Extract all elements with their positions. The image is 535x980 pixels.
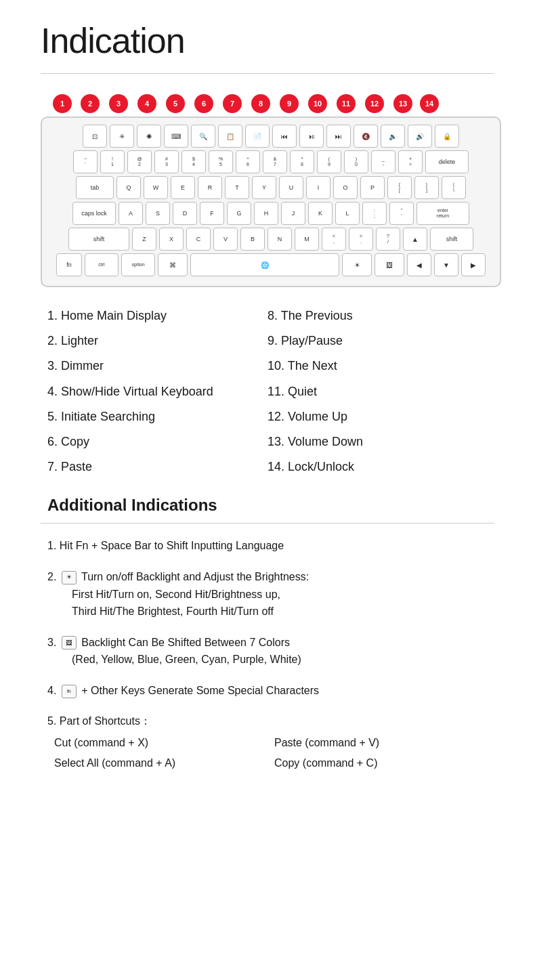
key-d: D	[173, 202, 197, 225]
shortcut-cut: Cut (command + X)	[54, 734, 274, 752]
key-1: !1	[100, 150, 125, 173]
d-label: D	[183, 210, 188, 217]
key-shift-left: shift	[68, 228, 129, 251]
key9-label: (9	[328, 156, 330, 168]
badge-7: 7	[223, 94, 242, 113]
k-label: K	[318, 210, 322, 217]
key-2: @2	[127, 150, 152, 173]
t-label: T	[235, 184, 239, 191]
indication-12: 12. Volume Up	[268, 408, 488, 425]
keyboard-diagram: ⊡ ✳ ✺ ⌨ 🔍 📋 📄 ⏮ ⏯ ⏭ 🔇 🔉 🔊 🔒 ~` !1 @2	[41, 116, 501, 287]
tab-label: tab	[91, 184, 100, 191]
indication-5: 5. Initiate Searching	[47, 408, 268, 425]
key-delete: delete	[425, 150, 469, 173]
key-right: ▶	[461, 253, 486, 276]
paste-icon: 📄	[253, 133, 261, 140]
shortcut-selectall: Select All (command + A)	[54, 754, 274, 772]
lighter-icon: ✳	[119, 133, 125, 140]
key-k: K	[308, 202, 333, 225]
quote-label: "'	[401, 208, 403, 219]
indication-list: 1. Home Main Display 2. Lighter 3. Dimme…	[41, 307, 494, 475]
q-label: Q	[126, 184, 131, 191]
playpause-icon: ⏯	[308, 133, 315, 140]
indication-4: 4. Show/Hide Virtual Keyboard	[47, 383, 268, 400]
fn-label: fn	[66, 261, 72, 268]
key-tilde: ~`	[73, 150, 98, 173]
key-control: ctrl	[85, 253, 119, 276]
key-y: Y	[252, 176, 276, 199]
next-icon: ⏭	[335, 133, 342, 140]
page-title: Indication	[41, 20, 494, 61]
key-r: R	[198, 176, 222, 199]
y-label: Y	[262, 184, 266, 191]
badge-9: 9	[280, 94, 299, 113]
f-label: F	[210, 210, 214, 217]
ctrl-label: ctrl	[98, 262, 104, 268]
color-icon: 🖼	[386, 261, 393, 269]
key-m: M	[295, 228, 319, 251]
key-f: F	[200, 202, 224, 225]
key-comma: <,	[322, 228, 346, 251]
key-home: ⊡	[83, 125, 107, 148]
key-brighter: ✳	[110, 125, 134, 148]
c-label: C	[196, 236, 201, 242]
l-label: L	[345, 210, 349, 217]
lock-icon: 🔒	[443, 133, 451, 140]
s-label: S	[156, 210, 160, 217]
left-arrow-icon: ◀	[416, 261, 422, 269]
badge-1: 1	[53, 94, 72, 113]
caps-label: caps lock	[81, 210, 107, 217]
cmd-l-icon: ⌘	[169, 261, 176, 269]
badge-13: 13	[393, 94, 412, 113]
keyboard-wrapper: 1 2 3 4 5 6 7 8 9	[41, 94, 501, 287]
indication-2: 2. Lighter	[47, 333, 268, 349]
pgdown-icon: ▼	[443, 261, 450, 269]
key-p: P	[360, 176, 385, 199]
key-tab: tab	[76, 176, 114, 199]
key-u: U	[279, 176, 303, 199]
key-j: J	[281, 202, 305, 225]
equals-label: +=	[409, 156, 412, 168]
indication-1: 1. Home Main Display	[47, 307, 268, 324]
backslash-label: |\	[453, 182, 454, 194]
i-label: I	[318, 184, 320, 191]
home-icon: ⊡	[92, 133, 98, 140]
key-voldown: 🔉	[381, 125, 405, 148]
sun-key-icon: ☀	[354, 261, 360, 269]
sun-inline-key: ☀	[62, 571, 77, 584]
key-pgup: ▲	[403, 228, 427, 251]
minus-label: _-	[382, 156, 385, 168]
p-label: P	[370, 184, 374, 191]
badge-2: 2	[81, 94, 100, 113]
badge-12: 12	[365, 94, 384, 113]
key-row-zxcv: shift Z X C V B N M <, >. ?/ ▲ shift	[50, 228, 492, 251]
key-o: O	[333, 176, 358, 199]
key-lbracket: {[	[387, 176, 412, 199]
key-backslash: |\	[442, 176, 466, 199]
g-label: G	[236, 210, 241, 217]
additional-item-5: 5. Part of Shortcuts： Cut (command + X) …	[41, 712, 494, 771]
key-minus: _-	[371, 150, 395, 173]
shift-l-label: shift	[93, 236, 105, 242]
dimmer-icon: ✺	[146, 133, 152, 140]
badge-14: 14	[420, 94, 439, 113]
key-x: X	[159, 228, 184, 251]
shortcuts-grid: Cut (command + X) Paste (command + V) Se…	[47, 734, 494, 771]
key-9: (9	[317, 150, 341, 173]
delete-label: delete	[439, 158, 456, 165]
key-6: ^6	[236, 150, 260, 173]
prev-icon: ⏮	[281, 133, 288, 140]
key-b: B	[240, 228, 265, 251]
key-s: S	[146, 202, 170, 225]
key6-label: ^6	[247, 156, 249, 168]
indication-14: 14. Lock/Unlock	[268, 459, 488, 475]
add-item-5-num: 5.	[47, 715, 60, 727]
key-cmd-left: ⌘	[158, 253, 188, 276]
key-w: W	[144, 176, 168, 199]
additional-item-3: 3. 🖼 Backlight Can Be Shifted Between 7 …	[41, 634, 494, 668]
keyboard-icon: ⌨	[171, 133, 181, 140]
enter-label: enterreturn	[437, 208, 449, 219]
key2-label: @2	[137, 156, 142, 168]
add-item-2-num: 2.	[47, 571, 60, 582]
key-color: 🖼	[374, 253, 404, 276]
